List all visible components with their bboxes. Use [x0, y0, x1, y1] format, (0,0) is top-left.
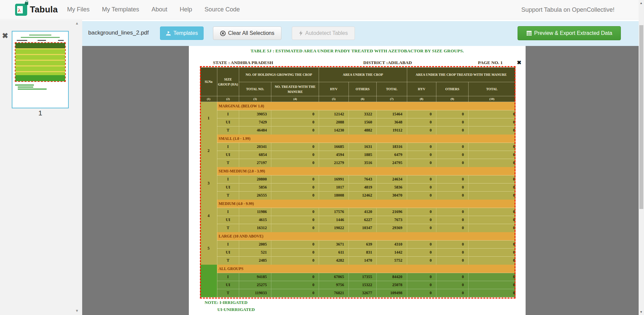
group-band: MEDIUM (4.0 - 9.99)	[217, 200, 515, 208]
value-cell: 1442	[377, 249, 407, 257]
value-cell: 6479	[377, 151, 407, 159]
value-cell: 0	[468, 110, 515, 118]
value-cell: 0	[468, 151, 515, 159]
row-code-cell: T	[217, 159, 239, 167]
value-cell: 0	[407, 175, 436, 183]
value-cell: 0	[407, 110, 436, 118]
value-cell: 1446	[319, 216, 348, 224]
brand[interactable]: λ Tabula	[15, 4, 58, 16]
value-cell: 0	[468, 126, 515, 135]
value-cell: 0	[271, 118, 319, 126]
table-row: UI46150144662277673000	[200, 216, 516, 224]
pdf-page[interactable]: TABLE 5J : ESTIMATED AREA UNDER PADDY TR…	[189, 46, 526, 315]
value-cell: 5856	[239, 183, 271, 192]
value-cell: 119033	[239, 289, 271, 297]
templates-icon	[166, 31, 171, 36]
row-code-cell: UI	[217, 118, 239, 126]
col-num: (2)	[217, 96, 239, 102]
value-cell: 0	[407, 224, 436, 232]
value-cell: 0	[468, 289, 515, 297]
value-cell: 76821	[319, 289, 348, 297]
value-cell: 10347	[348, 224, 377, 232]
nav-links: My Files My Templates About Help Source …	[67, 6, 240, 13]
col-total-no: TOTAL NO.	[239, 82, 271, 96]
sidebar-scroll-down-icon[interactable]: ▼	[75, 309, 79, 313]
col-slno: Sl.No	[200, 67, 217, 96]
value-cell: 26555	[239, 192, 271, 200]
row-code-cell: UI	[217, 183, 239, 192]
value-cell: 17355	[348, 273, 377, 281]
tabula-app: λ Tabula My Files My Templates About Hel…	[0, 0, 644, 315]
row-code-cell: UI	[217, 216, 239, 224]
nav-my-files[interactable]: My Files	[67, 6, 90, 13]
table-row: I20341016685163118316000	[200, 143, 516, 151]
value-cell: 29369	[377, 224, 407, 232]
value-cell: 9756	[319, 281, 348, 289]
slno-cell: 1	[200, 102, 217, 135]
templates-button[interactable]: Templates	[160, 27, 204, 40]
value-cell: 0	[407, 289, 436, 297]
col-total: TOTAL	[377, 82, 407, 96]
clear-all-selections-button[interactable]: Clear All Selections	[213, 27, 281, 40]
value-cell: 3516	[348, 159, 377, 167]
row-code-cell: I	[217, 110, 239, 118]
value-cell: 611	[319, 249, 348, 257]
mini-all-groups-rows	[15, 75, 65, 81]
row-code-cell: I	[217, 273, 239, 281]
value-cell: 0	[407, 241, 436, 249]
autodetect-tables-button[interactable]: Autodetect Tables	[292, 27, 355, 40]
value-cell: 4882	[348, 126, 377, 135]
value-cell: 16685	[319, 143, 348, 151]
value-cell: 1017	[319, 183, 348, 192]
value-cell: 0	[407, 159, 436, 167]
page-thumbnail[interactable]	[12, 31, 69, 108]
nav-my-templates[interactable]: My Templates	[102, 6, 139, 13]
value-cell: 7429	[239, 118, 271, 126]
nav-source-code[interactable]: Source Code	[205, 6, 240, 13]
value-cell: 0	[271, 257, 319, 265]
nav-support-link[interactable]: Support Tabula on OpenCollective!	[521, 6, 614, 13]
value-cell: 0	[407, 118, 436, 126]
table-row: I39053012142332215464000	[200, 110, 516, 118]
value-cell: 0	[436, 281, 469, 289]
value-cell: 5752	[377, 257, 407, 265]
value-cell: 0	[468, 208, 515, 216]
export-button-label: Preview & Export Extracted Data	[534, 30, 612, 36]
table-row: I20800016991764324634000	[200, 175, 516, 183]
row-code-cell: T	[217, 289, 239, 297]
value-cell: 5836	[377, 183, 407, 192]
value-cell: 0	[407, 208, 436, 216]
scrollbar-down-icon[interactable]: ▼	[640, 310, 643, 314]
col-others: OTHERS	[348, 82, 377, 96]
table-row: UI25275097561532225078000	[200, 281, 516, 289]
value-cell: 0	[271, 281, 319, 289]
nav-about[interactable]: About	[152, 6, 167, 13]
value-cell: 0	[468, 249, 515, 257]
export-icon	[526, 31, 532, 36]
value-cell: 7643	[348, 175, 377, 183]
scrollbar-thumb[interactable]	[639, 25, 643, 209]
sidebar-scroll-up-icon[interactable]: ▲	[75, 21, 79, 25]
scrollbar-up-icon[interactable]: ▲	[640, 1, 643, 5]
window-scrollbar[interactable]: ▲ ▼	[639, 0, 644, 315]
col-size-group: SIZE GROUP (HA)	[217, 67, 239, 96]
document-title: TABLE 5J : ESTIMATED AREA UNDER PADDY TR…	[189, 48, 526, 54]
selection-close-icon[interactable]: ✖	[517, 59, 521, 66]
preview-export-button[interactable]: Preview & Export Extracted Data	[518, 26, 621, 40]
value-cell: 0	[407, 143, 436, 151]
value-cell: 521	[239, 249, 271, 257]
value-cell: 0	[436, 216, 469, 224]
table-row: T46484014230488219112000	[200, 126, 516, 135]
thumbnail-remove-icon[interactable]: ✖	[2, 32, 8, 40]
nav-help[interactable]: Help	[180, 6, 192, 13]
col-num: (5)	[319, 96, 348, 102]
row-code-cell: I	[217, 175, 239, 183]
value-cell: 109498	[377, 289, 407, 297]
value-cell: 32677	[348, 289, 377, 297]
value-cell: 0	[271, 183, 319, 192]
value-cell: 15464	[377, 110, 407, 118]
document-note: NOTE: I-IRRIGATED	[205, 300, 248, 305]
value-cell: 16991	[319, 175, 348, 183]
value-cell: 0	[436, 241, 469, 249]
value-cell: 0	[436, 183, 469, 192]
